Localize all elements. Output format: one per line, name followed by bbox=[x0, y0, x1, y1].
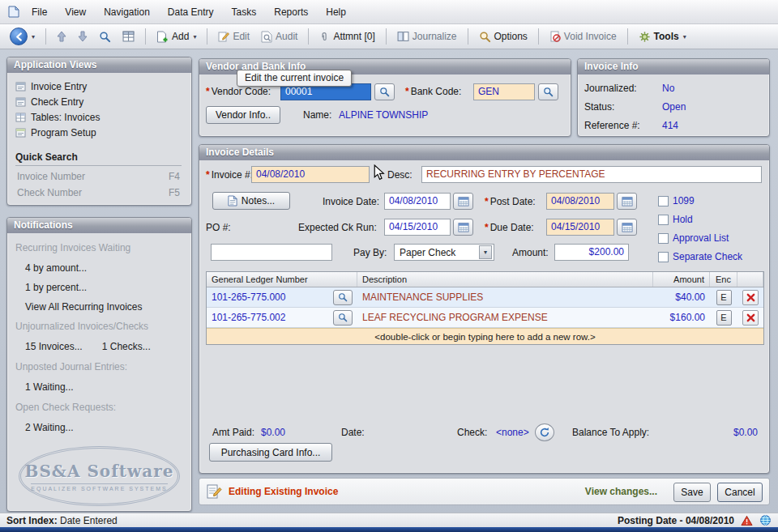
notification-group-open-check-requests: Open Check Requests: bbox=[15, 402, 185, 413]
column-header-description[interactable]: Description bbox=[357, 272, 653, 287]
audit-button[interactable]: Audit bbox=[256, 28, 302, 45]
due-date-label: Due Date: bbox=[485, 219, 534, 236]
checkbox-separate-check[interactable]: Separate Check bbox=[658, 251, 742, 262]
gl-lookup-button[interactable] bbox=[333, 310, 353, 326]
bank-code-input[interactable]: GEN bbox=[473, 83, 535, 100]
balance-to-apply-label: Balance To Apply: bbox=[572, 424, 649, 440]
options-search-icon bbox=[479, 31, 491, 43]
invoice-date-input[interactable]: 04/08/2010 bbox=[384, 193, 451, 210]
checkbox-hold[interactable]: Hold bbox=[658, 214, 693, 225]
column-header-amount[interactable]: Amount bbox=[653, 272, 710, 287]
notification-item-check-requests-waiting[interactable]: 2 Waiting... bbox=[15, 422, 185, 433]
sidebar-item-check-entry[interactable]: Check Entry bbox=[15, 95, 185, 109]
reference-value: 414 bbox=[662, 117, 678, 134]
grid-new-row[interactable]: <double-click or begin typing here to ad… bbox=[207, 328, 763, 344]
divider bbox=[15, 165, 182, 166]
save-button[interactable]: Save bbox=[673, 483, 711, 502]
gl-description: MAINTENANCE SUPPLIES bbox=[357, 292, 653, 303]
calendar-icon bbox=[458, 196, 469, 206]
record-search-button[interactable] bbox=[94, 28, 116, 45]
checkbox-1099[interactable]: 1099 bbox=[658, 195, 695, 206]
quick-search-check-number[interactable]: Check Number F5 bbox=[17, 187, 180, 198]
bank-lookup-button[interactable] bbox=[538, 83, 558, 100]
pay-by-select[interactable]: Paper Check ▾ bbox=[394, 244, 494, 261]
column-header-gl[interactable]: General Ledger Number bbox=[207, 272, 357, 287]
options-button[interactable]: Options bbox=[474, 28, 532, 45]
menu-tasks[interactable]: Tasks bbox=[223, 2, 266, 22]
paid-date-label: Date: bbox=[341, 424, 365, 440]
add-button[interactable]: Add ▾ bbox=[152, 28, 201, 45]
post-date-input[interactable]: 04/08/2010 bbox=[546, 193, 614, 210]
edit-icon bbox=[218, 31, 229, 42]
check-refresh-button[interactable] bbox=[535, 423, 554, 441]
gl-lookup-button[interactable] bbox=[333, 290, 353, 305]
desc-input[interactable]: RECURRING ENTRY BY PERCENTAGE bbox=[421, 166, 762, 183]
column-header-enc[interactable]: Enc bbox=[710, 272, 737, 287]
notification-item-by-percent[interactable]: 1 by percent... bbox=[15, 282, 185, 293]
vendor-info-button[interactable]: Vendor Info.. bbox=[206, 106, 280, 124]
notification-item-invoices[interactable]: 15 Invoices... bbox=[15, 341, 83, 352]
po-number-input[interactable] bbox=[211, 244, 332, 261]
tools-button[interactable]: Tools ▾ bbox=[634, 28, 691, 45]
invoice-date-calendar-button[interactable] bbox=[453, 193, 473, 210]
checkbox-approval-list[interactable]: Approval List bbox=[658, 232, 729, 244]
enc-button[interactable]: E bbox=[716, 310, 732, 326]
sidebar-item-tables-invoices[interactable]: Tables: Invoices bbox=[15, 110, 185, 125]
menu-data-entry[interactable]: Data Entry bbox=[159, 2, 223, 22]
toolbar-separator bbox=[145, 28, 146, 45]
delete-row-button[interactable] bbox=[742, 290, 759, 305]
toolbar-separator bbox=[207, 28, 207, 45]
vendor-lookup-button[interactable] bbox=[374, 83, 395, 100]
back-button[interactable]: ▾ bbox=[5, 25, 40, 48]
purchasing-card-info-button[interactable]: Purchasing Card Info... bbox=[209, 443, 332, 462]
menu-reports[interactable]: Reports bbox=[265, 2, 317, 22]
notification-item-view-all-recurring[interactable]: View All Recurring Invoices bbox=[15, 301, 185, 313]
attachment-button[interactable]: Attmnt [0] bbox=[314, 28, 379, 45]
gl-row-2[interactable]: 101-265-775.002 LEAF RECYCLING PROGRAM E… bbox=[207, 308, 763, 328]
expected-ck-run-input[interactable]: 04/15/2010 bbox=[384, 219, 451, 236]
editing-doc-icon bbox=[206, 483, 222, 500]
expected-ck-calendar-button[interactable] bbox=[453, 219, 473, 236]
menu-navigation[interactable]: Navigation bbox=[95, 2, 159, 22]
sidebar-item-program-setup[interactable]: Program Setup bbox=[15, 126, 185, 140]
due-date-input[interactable]: 04/15/2010 bbox=[546, 219, 614, 236]
notification-item-checks[interactable]: 1 Checks... bbox=[102, 341, 151, 352]
void-invoice-label: Void Invoice bbox=[564, 31, 617, 42]
table-icon bbox=[122, 31, 135, 42]
amount-input[interactable]: $200.00 bbox=[554, 244, 629, 261]
search-icon bbox=[379, 87, 390, 97]
notes-label: Notes... bbox=[242, 195, 275, 206]
enc-button[interactable]: E bbox=[716, 290, 732, 305]
post-date-calendar-button[interactable] bbox=[617, 193, 637, 210]
due-date-calendar-button[interactable] bbox=[617, 219, 637, 236]
menu-view[interactable]: View bbox=[56, 2, 95, 22]
toolbar-separator bbox=[45, 28, 46, 45]
nav-previous-button[interactable] bbox=[52, 28, 71, 45]
app-icon bbox=[8, 6, 19, 18]
void-invoice-button[interactable]: Void Invoice bbox=[545, 28, 622, 45]
quick-search-invoice-number[interactable]: Invoice Number F4 bbox=[17, 171, 180, 182]
menu-help[interactable]: Help bbox=[317, 2, 355, 22]
notification-item-unposted-waiting[interactable]: 1 Waiting... bbox=[15, 381, 185, 393]
posting-date-text: Posting Date - 04/08/2010 bbox=[618, 515, 734, 526]
edit-button[interactable]: Edit bbox=[213, 28, 254, 45]
gl-amount: $160.00 bbox=[653, 312, 710, 323]
table-icon bbox=[15, 113, 26, 122]
invoice-number-label: Invoice #: bbox=[206, 167, 253, 183]
invoice-number-input[interactable]: 04/08/2010 bbox=[251, 166, 370, 183]
quick-search-title: Quick Search bbox=[15, 151, 78, 163]
view-changes-link[interactable]: View changes... bbox=[585, 486, 657, 497]
nav-next-button[interactable] bbox=[73, 28, 92, 45]
delete-row-button[interactable] bbox=[742, 310, 759, 326]
notes-button[interactable]: Notes... bbox=[212, 192, 290, 210]
sidebar-item-label: Tables: Invoices bbox=[31, 112, 100, 123]
notification-item-by-amount[interactable]: 4 by amount... bbox=[15, 262, 185, 274]
record-list-button[interactable] bbox=[118, 28, 139, 45]
sidebar-item-invoice-entry[interactable]: Invoice Entry bbox=[15, 79, 185, 94]
gl-row-1[interactable]: 101-265-775.000 MAINTENANCE SUPPLIES $40… bbox=[207, 287, 763, 308]
cancel-button[interactable]: Cancel bbox=[717, 483, 763, 502]
logo-text: BS&A Software bbox=[25, 462, 174, 481]
audit-label: Audit bbox=[276, 31, 297, 42]
journalize-button[interactable]: Journalize bbox=[392, 28, 462, 45]
menu-file[interactable]: File bbox=[23, 2, 56, 22]
